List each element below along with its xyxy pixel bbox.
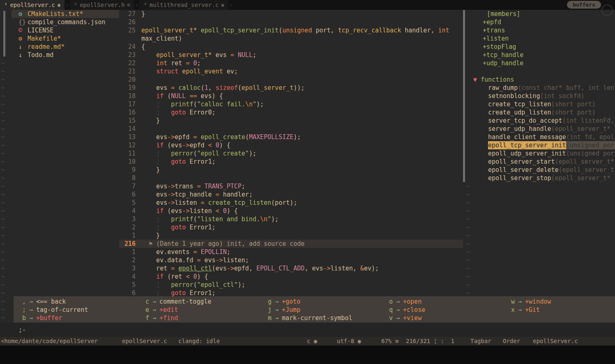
tree-scrollbar[interactable] xyxy=(3,11,5,57)
tag-member-udp_handle[interactable]: +udp_handle xyxy=(465,59,615,67)
code-line[interactable]: 19 evs = calloc(1, sizeof(epoll_server_t… xyxy=(119,84,463,92)
tab-epollServer.c[interactable]: ¹epollServer.c◉ xyxy=(0,0,64,10)
tree-item-LICENSE[interactable]: ©LICENSE xyxy=(0,26,119,34)
line-number: 2 xyxy=(119,223,141,231)
tab-separator-icon: › xyxy=(64,0,69,10)
code-line[interactable]: 1 ev.events = EPOLLIN; xyxy=(119,248,463,256)
code-line[interactable]: 3 ret = epoll_ctl(evs->epfd, EPOLL_CTL_A… xyxy=(119,264,463,272)
tag-member-listen[interactable]: +listen xyxy=(465,34,615,43)
tag-member-trans[interactable]: +trans xyxy=(465,26,615,34)
line-number: 20 xyxy=(119,76,141,84)
code-line[interactable]: 9 } xyxy=(119,166,463,174)
code-line[interactable]: 26 xyxy=(119,18,463,26)
code-line[interactable]: 5 evs->listen = create_tcp_listen(port); xyxy=(119,199,463,207)
empty-line-marker: ~ xyxy=(465,248,615,256)
code-line[interactable]: 18 if (NULL == evs) { xyxy=(119,92,463,100)
tag-function-epoll_tcp_server_init[interactable]: epoll_tcp_server_init(unsigned por xyxy=(465,141,615,149)
code-line[interactable]: 10 ¦ goto Error1; xyxy=(119,158,463,166)
tag-member-epfd[interactable]: +epfd xyxy=(465,18,615,26)
code-line[interactable]: 6 evs->tcp_handle = handler; xyxy=(119,190,463,199)
code-line[interactable]: 216 ⚑ (Dante 1 year ago) init, add sourc… xyxy=(119,240,463,248)
line-number: 9 xyxy=(119,166,141,174)
editor-scrollbar[interactable] xyxy=(463,10,465,323)
tab-label: epollServer.h xyxy=(80,2,125,8)
code-line[interactable]: 25epoll_server_t* epoll_tcp_server_init(… xyxy=(119,26,463,34)
empty-line-marker: ~ xyxy=(0,117,119,125)
circle-icon: ◉ xyxy=(221,2,224,8)
empty-line-marker: ~ xyxy=(0,248,119,256)
lsp-status: clangd: idle xyxy=(178,337,220,346)
tag-function-epoll_udp_server_init[interactable]: epoll_udp_server_init(unsigned por xyxy=(465,149,615,158)
code-line[interactable]: 14 xyxy=(119,125,463,133)
whichkey-column: o→+openq→+closev→+view xyxy=(385,298,425,322)
empty-line-marker: ~ xyxy=(465,256,615,264)
tab-number: ³ xyxy=(143,2,147,8)
whichkey-binding-o: o→+open xyxy=(385,298,425,306)
tag-function-handle_client_message[interactable]: handle_client_message(int fd, epol xyxy=(465,133,615,141)
tag-member-tcp_handle[interactable]: +tcp_handle xyxy=(465,51,615,59)
code-line[interactable]: 17 ¦ printf("calloc fail.\n"); xyxy=(119,100,463,108)
empty-line-marker: ~ xyxy=(0,281,119,289)
file-explorer[interactable]: ⚙CMakeLists.txt*{}compile_commands.json©… xyxy=(0,10,119,323)
code-line[interactable]: 1 } xyxy=(119,231,463,240)
empty-line-marker: ~ xyxy=(465,231,615,240)
code-line[interactable]: 13 evs->epfd = epoll_create(MAXEPOLLSIZE… xyxy=(119,133,463,141)
tab-multithread_server.c[interactable]: ³multithread_server.c◉ xyxy=(139,0,228,10)
code-line[interactable]: 2 ¦ goto Error1; xyxy=(119,223,463,231)
code-line[interactable]: 3 ¦ printf("listen and bind.\n"); xyxy=(119,215,463,223)
tag-function-server_tcp_do_accept[interactable]: server_tcp_do_accept(int listenFd, xyxy=(465,117,615,125)
buffers-toggle[interactable]: buffers xyxy=(567,1,601,9)
code-line[interactable]: 4 if (ret < 0) { xyxy=(119,272,463,281)
code-line[interactable]: 21 struct epoll_event ev; xyxy=(119,67,463,76)
tag-function-raw_dump[interactable]: raw_dump(const char* buff, int len xyxy=(465,84,615,92)
empty-line-marker: ~ xyxy=(0,149,119,158)
code-line[interactable]: 16 ¦ goto Error0; xyxy=(119,108,463,117)
code-line[interactable]: 11 ¦ perror("epoll create"); xyxy=(119,149,463,158)
code-editor[interactable]: 27}2625epoll_server_t* epoll_tcp_server_… xyxy=(119,10,463,323)
code-line[interactable]: max_client) xyxy=(119,34,463,43)
code-line[interactable]: 27} xyxy=(119,10,463,18)
empty-line-marker: ~ xyxy=(0,100,119,108)
whichkey-binding-m: m→mark-current-symbol xyxy=(264,314,352,322)
tag-function-epoll_server_stop[interactable]: epoll_server_stop(epoll_server_t* xyxy=(465,174,615,182)
arrow-icon: → xyxy=(152,314,156,322)
empty-line-marker: ~ xyxy=(0,67,119,76)
code-line[interactable]: 4 if (evs->listen < 0) { xyxy=(119,207,463,215)
code-line[interactable]: 15 } xyxy=(119,117,463,125)
tag-function-create_tcp_listen[interactable]: create_tcp_listen(short port) xyxy=(465,100,615,108)
tag-function-epoll_server_start[interactable]: epoll_server_start(epoll_server_t* xyxy=(465,158,615,166)
tab-epollServer.h[interactable]: ²epollServer.h⊞ xyxy=(70,0,134,10)
tag-function-create_udp_listen[interactable]: create_udp_listen(short port) xyxy=(465,108,615,117)
code-line[interactable]: 24{ xyxy=(119,43,463,51)
tree-item-readme.md[interactable]: ↓readme.md* xyxy=(0,43,119,51)
arrow-icon: → xyxy=(29,298,33,306)
code-line[interactable]: 2 ev.data.fd = evs->listen; xyxy=(119,256,463,264)
code-line[interactable]: 20 xyxy=(119,76,463,84)
tag-function-epoll_server_delete[interactable]: epoll_server_delete(epoll_server_t xyxy=(465,166,615,174)
line-number: 23 xyxy=(119,51,141,59)
tag-member-stopFlag[interactable]: +stopFlag xyxy=(465,43,615,51)
status-filename: epollServer.c xyxy=(122,337,167,346)
tree-item-CMakeLists.txt[interactable]: ⚙CMakeLists.txt* xyxy=(0,10,119,18)
tree-item-Makefile[interactable]: ⚙Makefile* xyxy=(0,34,119,43)
empty-line-marker: ~ xyxy=(0,207,119,215)
tagbar-panel[interactable]: [members]+epfd+trans+listen+stopFlag+tcp… xyxy=(465,10,615,323)
json-icon: {} xyxy=(18,18,28,26)
line-number: 19 xyxy=(119,84,141,92)
code-line[interactable]: 12 if (evs->epfd < 0) { xyxy=(119,141,463,149)
code-line[interactable]: 22 int ret = 0; xyxy=(119,59,463,67)
tree-item-compile_commands.json[interactable]: {}compile_commands.json xyxy=(0,18,119,26)
tree-item-Todo.md[interactable]: ↓Todo.md xyxy=(0,51,119,59)
tagbar-functions-header[interactable]: ▼ functions xyxy=(465,76,615,84)
code-line[interactable]: 5 ¦ perror("epoll_ctl"); xyxy=(119,281,463,289)
line-number: 5 xyxy=(119,199,141,207)
code-line[interactable]: 8 xyxy=(119,174,463,182)
code-line[interactable]: 6 ¦ goto Error1; xyxy=(119,289,463,297)
empty-line-marker: ~ xyxy=(0,231,119,240)
code-line[interactable]: 23 epoll_server_t* evs = NULL; xyxy=(119,51,463,59)
line-number xyxy=(119,34,141,43)
tag-function-setnonblocking[interactable]: setnonblocking(int sockfd) xyxy=(465,92,615,100)
editor-scrollbar-thumb[interactable] xyxy=(463,10,465,182)
tag-function-server_udp_handle[interactable]: server_udp_handle(epoll_server_t* xyxy=(465,125,615,133)
code-line[interactable]: 7 evs->trans = TRANS_PTCP; xyxy=(119,182,463,190)
